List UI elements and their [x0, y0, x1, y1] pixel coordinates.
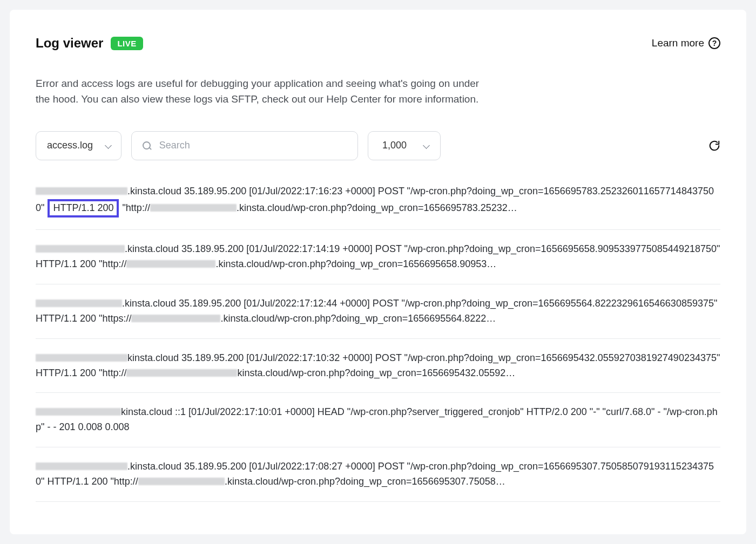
redacted-host	[36, 300, 122, 307]
learn-more-link[interactable]: Learn more ?	[652, 37, 720, 49]
chevron-down-icon	[423, 142, 430, 149]
controls-row: access.log 1,000	[36, 131, 720, 160]
log-text: kinsta.cloud ::1 [01/Jul/2022:17:10:01 +…	[36, 406, 718, 432]
log-text: kinsta.cloud/wp-cron.php?doing_wp_cron=1…	[237, 368, 515, 378]
redacted-host	[36, 187, 127, 195]
redacted-host	[131, 315, 220, 322]
refresh-button[interactable]	[708, 140, 720, 152]
title-wrap: Log viewer LIVE	[36, 36, 143, 51]
log-text: .kinsta.cloud/wp-cron.php?doing_wp_cron=…	[225, 476, 505, 487]
log-file-selected: access.log	[47, 140, 93, 151]
redacted-host	[36, 354, 127, 362]
description-text: Error and access logs are useful for deb…	[36, 76, 495, 107]
page-title: Log viewer	[36, 36, 103, 51]
log-text: .kinsta.cloud/wp-cron.php?doing_wp_cron=…	[237, 202, 517, 213]
log-entry: kinsta.cloud ::1 [01/Jul/2022:17:10:01 +…	[36, 393, 720, 447]
row-limit-select[interactable]: 1,000	[368, 131, 441, 160]
highlighted-status: HTTP/1.1 200	[48, 199, 119, 217]
help-icon: ?	[708, 37, 720, 49]
search-icon	[143, 141, 151, 150]
log-text: .kinsta.cloud/wp-cron.php?doing_wp_cron=…	[220, 313, 496, 324]
log-text: "http://	[119, 202, 150, 213]
row-limit-value: 1,000	[382, 140, 407, 151]
log-text: .kinsta.cloud/wp-cron.php?doing_wp_cron=…	[215, 259, 496, 269]
log-viewer-panel: Log viewer LIVE Learn more ? Error and a…	[10, 10, 746, 534]
log-list: .kinsta.cloud 35.189.95.200 [01/Jul/2022…	[36, 184, 720, 502]
log-entry: .kinsta.cloud 35.189.95.200 [01/Jul/2022…	[36, 284, 720, 339]
chevron-down-icon	[105, 142, 112, 149]
log-entry: .kinsta.cloud 35.189.95.200 [01/Jul/2022…	[36, 184, 720, 230]
search-input[interactable]	[159, 140, 347, 151]
header: Log viewer LIVE Learn more ?	[36, 36, 720, 51]
learn-more-label: Learn more	[652, 37, 704, 49]
refresh-icon	[708, 140, 720, 152]
redacted-host	[150, 204, 237, 212]
log-file-select[interactable]: access.log	[36, 131, 122, 160]
log-entry: .kinsta.cloud 35.189.95.200 [01/Jul/2022…	[36, 447, 720, 502]
log-entry: kinsta.cloud 35.189.95.200 [01/Jul/2022:…	[36, 339, 720, 393]
redacted-host	[36, 463, 127, 470]
redacted-host	[138, 478, 225, 485]
redacted-host	[36, 408, 121, 416]
live-badge: LIVE	[111, 37, 143, 50]
search-field[interactable]	[131, 131, 358, 160]
redacted-host	[126, 260, 215, 268]
redacted-host	[36, 245, 125, 253]
redacted-host	[126, 369, 237, 377]
log-entry: .kinsta.cloud 35.189.95.200 [01/Jul/2022…	[36, 230, 720, 284]
